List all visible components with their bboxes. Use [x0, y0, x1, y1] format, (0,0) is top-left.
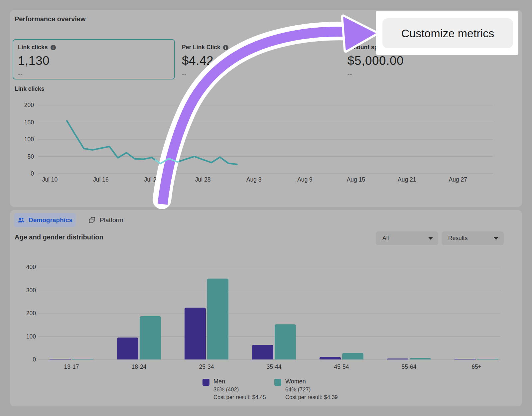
bar-chart-section-title: Age and gender distribution — [15, 233, 103, 241]
bar-women-45-54 — [342, 353, 363, 359]
bar-women-55-64 — [410, 358, 431, 359]
legend-cost: Cost per result: $4.39 — [285, 394, 338, 400]
bar-men-13-17 — [50, 359, 71, 359]
legend-name: Men — [213, 378, 266, 385]
y-axis-label: 0 — [31, 170, 34, 177]
demographics-panel: Demographics Platform Age and gender dis… — [10, 210, 522, 406]
metric-delta: -- — [347, 71, 404, 78]
tab-label: Platform — [100, 216, 123, 224]
bar-men-18-24 — [117, 338, 138, 359]
line-chart-title: Link clicks — [15, 85, 45, 92]
people-icon — [17, 216, 25, 224]
dropdown-value: Results — [448, 235, 467, 242]
layers-icon — [88, 216, 96, 224]
metric-label: Link clicks — [18, 44, 48, 51]
legend-cost: Cost per result: $4.45 — [213, 394, 266, 400]
y-axis-label: 200 — [24, 102, 34, 108]
y-axis-label: 150 — [24, 119, 34, 126]
legend-men: Men 36% (402) Cost per result: $4.45 — [202, 378, 266, 400]
y-axis-label: 400 — [26, 264, 36, 270]
customize-metrics-button[interactable]: Customize metrics — [382, 18, 513, 48]
x-axis-label: Jul 10 — [42, 176, 58, 183]
chart-filters: All Results — [376, 231, 504, 245]
bar-women-25-34 — [207, 279, 228, 359]
y-axis-label: 200 — [26, 310, 36, 317]
bar-women-18-24 — [140, 316, 161, 359]
women-swatch-icon — [274, 379, 281, 386]
metric-card-link-clicks[interactable]: Link clicks i 1,130 -- — [13, 39, 175, 79]
metric-delta: -- — [18, 71, 170, 78]
info-icon[interactable]: i — [223, 45, 228, 50]
x-axis-label: 25-34 — [199, 363, 214, 370]
x-axis-label: Jul 28 — [195, 176, 211, 183]
panel-title: Performance overview — [15, 15, 85, 23]
x-axis-label: 35-44 — [267, 363, 282, 370]
metric-delta: -- — [182, 71, 228, 78]
x-axis-label: 45-54 — [334, 363, 349, 370]
breakdown-dropdown[interactable]: All — [376, 231, 438, 245]
tab-demographics[interactable]: Demographics — [14, 213, 76, 227]
metric-per-link-click[interactable]: Per Link Click i $4.42 -- — [182, 39, 228, 78]
bar-women-35-44 — [275, 324, 296, 359]
metric-value: $5,000.00 — [347, 54, 404, 68]
tab-label: Demographics — [29, 216, 72, 224]
bar-women-65+ — [477, 359, 498, 359]
y-axis-label: 50 — [28, 153, 34, 160]
y-axis-label: 100 — [26, 333, 36, 340]
legend-women: Women 64% (727) Cost per result: $4.39 — [274, 378, 338, 400]
bar-men-55-64 — [387, 358, 408, 359]
legend-share: 64% (727) — [285, 386, 338, 393]
legend-share: 36% (402) — [213, 386, 266, 393]
x-axis-label: Aug 27 — [449, 176, 467, 183]
tab-platform[interactable]: Platform — [84, 214, 128, 226]
customize-metrics-callout: Customize metrics — [376, 11, 518, 55]
y-axis-label: 300 — [26, 287, 36, 294]
x-axis-label: Jul 16 — [93, 176, 109, 183]
metric-value: 1,130 — [18, 54, 170, 68]
bar-men-25-34 — [185, 308, 206, 359]
x-axis-label: Jul 22 — [144, 176, 160, 183]
x-axis-label: Aug 3 — [246, 176, 262, 183]
men-swatch-icon — [202, 379, 209, 386]
bar-women-13-17 — [72, 359, 93, 359]
metric-value: $4.42 — [182, 54, 228, 68]
x-axis-label: 65+ — [471, 363, 481, 370]
y-axis-label: 0 — [33, 356, 36, 363]
x-axis-label: 18-24 — [132, 363, 147, 370]
x-axis-label: Aug 9 — [297, 176, 313, 183]
x-axis-label: 13-17 — [64, 363, 79, 370]
x-axis-label: Aug 15 — [347, 176, 365, 183]
x-axis-label: Aug 21 — [398, 176, 416, 183]
info-icon[interactable]: i — [51, 45, 56, 50]
x-axis-label: 55-64 — [402, 363, 417, 370]
bar-men-65+ — [455, 359, 476, 359]
link-clicks-series-line — [67, 121, 237, 164]
dropdown-value: All — [382, 235, 389, 242]
chevron-down-icon — [494, 237, 498, 240]
legend-name: Women — [285, 378, 338, 385]
chevron-down-icon — [428, 237, 433, 240]
bar-men-35-44 — [252, 345, 273, 359]
metric-dropdown[interactable]: Results — [442, 231, 504, 245]
y-axis-label: 100 — [24, 136, 34, 143]
bar-men-45-54 — [320, 357, 341, 359]
metric-label: Per Link Click — [182, 44, 220, 51]
